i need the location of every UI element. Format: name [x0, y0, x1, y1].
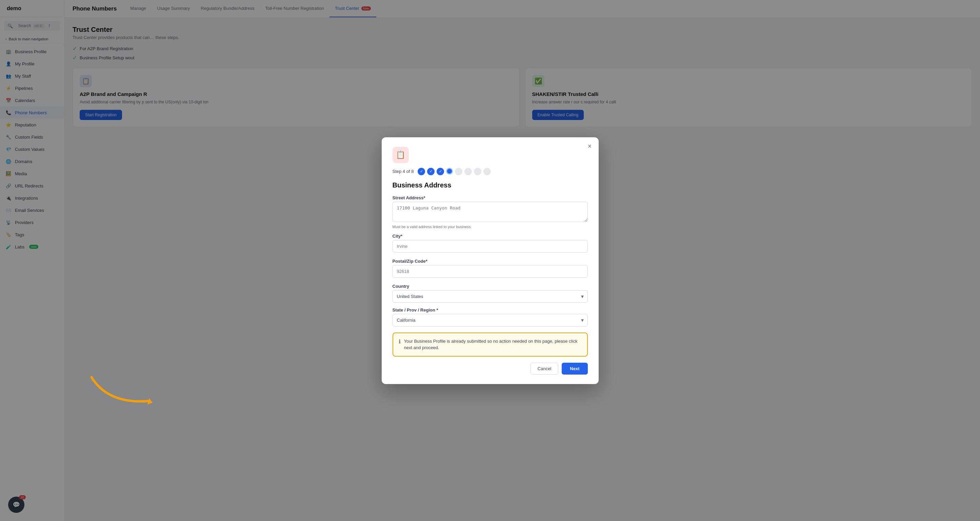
modal: × 📋 Step 4 of 8 ✓✓✓ Business Address Str…	[382, 137, 599, 384]
svg-marker-0	[148, 398, 153, 404]
arrow-annotation	[81, 370, 170, 413]
street-address-input[interactable]	[393, 202, 588, 222]
modal-icon: 📋	[393, 147, 409, 163]
country-label: Country	[393, 284, 588, 289]
step-dot-8	[484, 168, 491, 175]
modal-overlay: × 📋 Step 4 of 8 ✓✓✓ Business Address Str…	[0, 0, 980, 521]
city-label: City*	[393, 233, 588, 239]
country-group: Country United States Canada United King…	[393, 284, 588, 303]
step-label: Step 4 of 8	[393, 169, 414, 174]
modal-footer: Cancel Next	[393, 363, 588, 375]
country-select-wrap: United States Canada United Kingdom	[393, 290, 588, 303]
modal-close-button[interactable]: ×	[588, 143, 592, 149]
step-dot-1: ✓	[418, 168, 425, 175]
modal-title: Business Address	[393, 181, 588, 189]
state-select[interactable]: California New York Texas Florida	[393, 314, 588, 326]
step-dot-7	[474, 168, 481, 175]
step-indicator: Step 4 of 8 ✓✓✓	[393, 168, 588, 175]
step-dot-6	[465, 168, 472, 175]
alert-icon: ℹ	[399, 338, 401, 345]
country-select[interactable]: United States Canada United Kingdom	[393, 290, 588, 303]
step-dot-2: ✓	[427, 168, 434, 175]
state-group: State / Prov / Region * California New Y…	[393, 307, 588, 326]
postal-input[interactable]	[393, 265, 588, 278]
next-button[interactable]: Next	[562, 363, 587, 375]
postal-label: Postal/Zip Code*	[393, 259, 588, 264]
city-input[interactable]	[393, 240, 588, 253]
alert-text: Your Business Profile is already submitt…	[404, 338, 582, 351]
city-group: City*	[393, 233, 588, 254]
street-address-label: Street Address*	[393, 195, 588, 200]
street-address-group: Street Address* Must be a valid address …	[393, 195, 588, 229]
cancel-button[interactable]: Cancel	[530, 363, 558, 375]
step-dot-5	[455, 168, 462, 175]
alert-banner: ℹ Your Business Profile is already submi…	[393, 332, 588, 357]
state-label: State / Prov / Region *	[393, 307, 588, 313]
street-address-hint: Must be a valid address linked to your b…	[393, 225, 588, 229]
state-select-wrap: California New York Texas Florida	[393, 314, 588, 326]
postal-group: Postal/Zip Code*	[393, 259, 588, 279]
step-dot-4	[446, 168, 453, 175]
step-dots: ✓✓✓	[418, 168, 491, 175]
step-dot-3: ✓	[437, 168, 444, 175]
